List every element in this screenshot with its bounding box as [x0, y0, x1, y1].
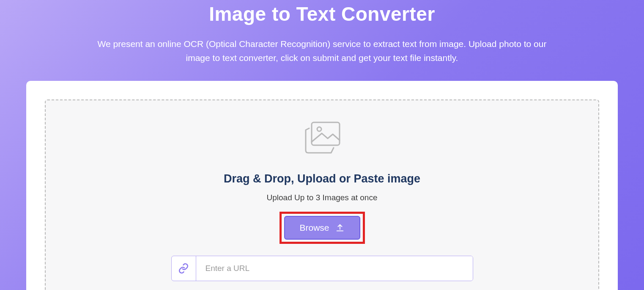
url-input[interactable] — [196, 256, 473, 281]
dropzone[interactable]: Drag & Drop, Upload or Paste image Uploa… — [45, 99, 599, 290]
upload-icon — [335, 223, 345, 232]
images-icon — [303, 121, 341, 155]
link-icon — [178, 263, 189, 274]
browse-button[interactable]: Browse — [284, 216, 360, 240]
upload-card: Drag & Drop, Upload or Paste image Uploa… — [26, 81, 618, 290]
svg-rect-0 — [312, 122, 340, 145]
browse-highlight-box: Browse — [280, 212, 365, 244]
page-title: Image to Text Converter — [0, 0, 644, 25]
url-input-group — [171, 256, 473, 281]
browse-button-label: Browse — [299, 223, 329, 233]
dropzone-subtext: Upload Up to 3 Images at once — [54, 193, 590, 202]
page-subtitle: We present an online OCR (Optical Charac… — [90, 37, 555, 65]
dropzone-heading: Drag & Drop, Upload or Paste image — [54, 172, 590, 185]
link-icon-box — [172, 256, 196, 281]
svg-point-1 — [317, 127, 321, 131]
